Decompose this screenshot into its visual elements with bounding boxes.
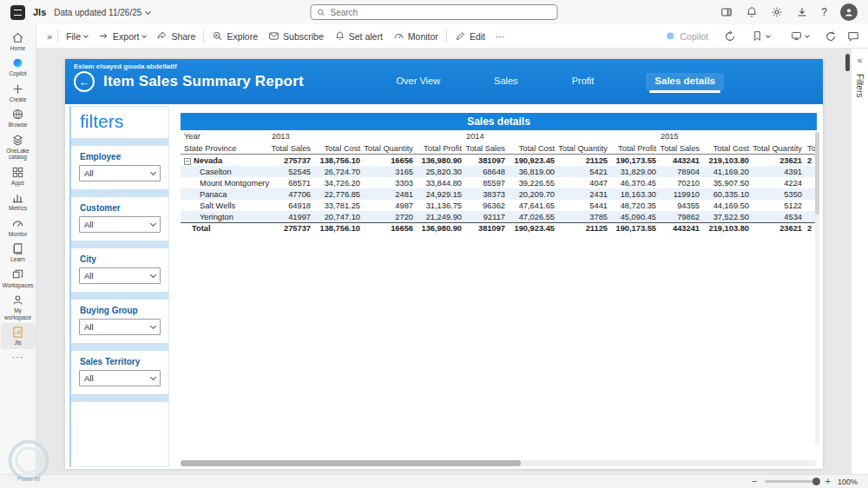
scrollbar-thumb[interactable] <box>815 132 819 214</box>
matrix-row-salt-wells[interactable]: Salt Wells6491833,781.25498731,136.75963… <box>181 200 817 211</box>
value-cell: 2720 <box>364 213 417 221</box>
sidebar-item-copilot[interactable]: Copilot <box>1 54 36 79</box>
comments-icon[interactable] <box>847 30 859 43</box>
refresh-icon[interactable] <box>825 30 837 43</box>
value-cell: 79862 <box>660 213 703 221</box>
value-cell: 33,844.80 <box>417 179 465 188</box>
sidebar-item-metrics[interactable]: Metrics <box>1 188 36 214</box>
matrix-row-mount-montgomery[interactable]: Mount Montgomery6857134,726.20330333,844… <box>181 177 817 188</box>
back-button[interactable]: ← <box>74 71 95 92</box>
filter-dropdown-sales-territory[interactable]: All <box>79 370 161 386</box>
sidebar-item-monitor[interactable]: Monitor <box>1 214 36 240</box>
horizontal-scrollbar[interactable] <box>181 460 817 466</box>
value-cell: 46,370.45 <box>611 179 660 188</box>
sidebar-item-apps[interactable]: Apps <box>1 163 36 188</box>
data-updated-dropdown[interactable]: Data updated 11/26/25 <box>54 8 150 17</box>
value-cell: 23621 <box>753 156 806 165</box>
monitor-button[interactable]: Monitor <box>388 27 444 46</box>
bookmark-icon <box>752 30 763 42</box>
view-button[interactable] <box>786 27 814 46</box>
filter-selected-value: All <box>84 322 94 332</box>
row-header: Salt Wells <box>181 201 271 210</box>
tab-sales[interactable]: Sales <box>492 73 520 90</box>
search-bar[interactable] <box>311 4 558 20</box>
filter-selected-value: All <box>84 220 94 229</box>
expand-filters-icon[interactable]: « <box>858 56 863 65</box>
share-button[interactable]: Share <box>151 27 201 46</box>
divider <box>446 30 447 43</box>
column-header: Total Cost <box>314 144 364 153</box>
row-header: Total <box>181 224 271 233</box>
sidebar-item-label: Learn <box>10 256 25 262</box>
collapse-icon[interactable]: − <box>184 158 191 165</box>
sidebar-item-label: My workspace <box>2 307 35 320</box>
download-icon[interactable] <box>796 6 808 18</box>
sidebar-item-learn[interactable]: Learn <box>1 240 36 265</box>
filter-dropdown-customer[interactable]: All <box>79 216 161 233</box>
onelake-icon <box>11 134 24 147</box>
sidebar-item-workspaces[interactable]: Workspaces <box>1 266 36 291</box>
value-cell: 4224 <box>753 179 806 188</box>
more-options-button[interactable]: ··· <box>490 27 510 46</box>
reset-history-icon[interactable] <box>724 30 736 43</box>
export-button[interactable]: Export <box>93 27 151 46</box>
filters-pane-collapsed[interactable]: « Filters <box>851 49 868 474</box>
edit-button[interactable]: Edit <box>450 27 490 46</box>
layout-toggle-icon[interactable] <box>720 6 733 18</box>
row-header: −Nevada <box>181 156 271 165</box>
help-icon[interactable]: ? <box>821 6 827 18</box>
value-cell: 190,173.55 <box>611 156 660 165</box>
report-page: Eslam elsayed gouda abdellatif ← Item Sa… <box>65 59 823 469</box>
value-cell: 136,980.90 <box>417 156 465 165</box>
explore-button[interactable]: Explore <box>207 27 263 46</box>
sidebar-item-onelake-catalog[interactable]: OneLake catalog <box>1 131 36 163</box>
bookmarks-button[interactable] <box>746 27 775 46</box>
tab-profit[interactable]: Profit <box>570 73 596 90</box>
apps-icon <box>11 166 24 179</box>
tab-sales-details[interactable]: Sales details <box>646 73 724 90</box>
copilot-icon <box>11 56 24 69</box>
matrix-row-caselton[interactable]: Caselton5254526,724.70316525,820.3068648… <box>181 166 817 177</box>
settings-gear-icon[interactable] <box>771 6 783 18</box>
sidebar-item-browse[interactable]: Browse <box>1 105 36 130</box>
zoom-slider-thumb[interactable] <box>812 478 820 485</box>
chevron-down-icon <box>142 33 148 38</box>
matrix-row-panaca[interactable]: Panaca4770622,776.85248124,929.153837320… <box>181 188 817 200</box>
scrollbar-thumb[interactable] <box>845 54 850 71</box>
nav-toggle-icon[interactable] <box>10 5 25 20</box>
row-label: Total <box>192 224 211 233</box>
sidebar-item-home[interactable]: Home <box>1 29 36 54</box>
notifications-bell-icon[interactable] <box>746 6 758 18</box>
canvas-vertical-scrollbar[interactable] <box>845 50 850 472</box>
chevron-down-icon <box>805 33 810 38</box>
expand-pane-icon[interactable]: » <box>43 31 55 42</box>
row-label: Yerington <box>200 213 233 221</box>
matrix-row-yerington[interactable]: Yerington4199720,747.10272021,249.909211… <box>181 211 817 222</box>
account-avatar[interactable] <box>840 3 858 21</box>
rail-more-button[interactable]: ··· <box>12 352 24 362</box>
search-input[interactable] <box>331 8 552 17</box>
file-menu-button[interactable]: File <box>61 27 93 46</box>
set-alert-button[interactable]: Set alert <box>329 27 388 46</box>
sidebar-item-my-workspace[interactable]: My workspace <box>1 291 36 323</box>
sidebar-item-jls[interactable]: Jls <box>1 323 36 348</box>
zoom-in-button[interactable]: + <box>825 477 831 486</box>
subscribe-button[interactable]: Subscribe <box>263 27 329 46</box>
matrix-row-total[interactable]: Total275737138,756.1016656136,980.903810… <box>181 222 817 234</box>
value-cell: 37,522.50 <box>703 213 753 221</box>
filter-label-buying-group: Buying Group <box>71 300 168 319</box>
sidebar-item-create[interactable]: Create <box>1 80 36 105</box>
tab-over-view[interactable]: Over View <box>395 73 443 90</box>
table-title: Sales details <box>181 113 817 130</box>
zoom-out-button[interactable]: − <box>752 477 757 486</box>
matrix-row-nevada[interactable]: −Nevada275737138,756.1016656136,980.9038… <box>181 155 817 166</box>
table-vertical-scrollbar[interactable] <box>815 132 819 445</box>
value-cell: 78904 <box>660 168 703 176</box>
filter-dropdown-city[interactable]: All <box>79 267 161 284</box>
copilot-button[interactable]: Copilot <box>660 27 713 46</box>
left-rail-items: HomeCopilotCreateBrowseOneLake catalogAp… <box>1 29 36 349</box>
filter-dropdown-employee[interactable]: All <box>79 165 161 181</box>
scrollbar-thumb[interactable] <box>181 460 521 466</box>
zoom-slider[interactable] <box>765 480 819 483</box>
filter-dropdown-buying-group[interactable]: All <box>79 319 161 335</box>
